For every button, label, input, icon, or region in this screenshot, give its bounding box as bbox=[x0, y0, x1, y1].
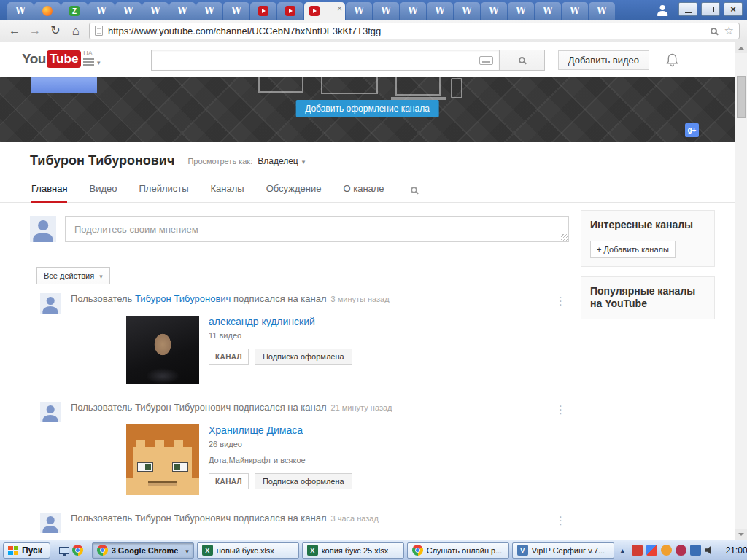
taskbar-button-label: 3 Google Chrome bbox=[112, 546, 179, 555]
url-text[interactable]: https://www.youtube.com/channel/UCCebN7h… bbox=[108, 26, 381, 36]
upload-video-button[interactable]: Добавить видео bbox=[558, 50, 649, 70]
browser-tab[interactable]: W bbox=[223, 2, 249, 20]
taskbar-button[interactable]: копия букс 25.xlsx bbox=[302, 542, 404, 559]
bookmark-star-icon[interactable] bbox=[724, 24, 734, 37]
keyboard-tray-icon[interactable] bbox=[690, 545, 701, 556]
browser-tab[interactable]: W bbox=[481, 2, 507, 20]
page-scrollbar[interactable] bbox=[735, 42, 747, 540]
browser-tab[interactable]: W bbox=[373, 2, 399, 20]
taskbar-button[interactable]: VipIP Серфинг v.7... bbox=[512, 542, 614, 559]
browser-tab[interactable] bbox=[277, 2, 303, 20]
google-plus-icon[interactable] bbox=[685, 123, 699, 137]
chrome-quicklaunch-icon[interactable] bbox=[72, 543, 83, 558]
browser-tab[interactable]: W bbox=[427, 2, 453, 20]
search-input[interactable] bbox=[151, 50, 500, 71]
channel-button[interactable]: КАНАЛ bbox=[209, 473, 249, 489]
browser-profile-icon[interactable] bbox=[656, 3, 669, 16]
channel-thumbnail[interactable] bbox=[126, 316, 199, 384]
minimize-button[interactable] bbox=[678, 2, 697, 16]
channel-card: александр кудлинский11 видеоКАНАЛПодписк… bbox=[126, 316, 569, 384]
hidden-icons-tray-icon[interactable] bbox=[617, 545, 628, 556]
restore-button[interactable] bbox=[701, 2, 720, 16]
channel-button[interactable]: КАНАЛ bbox=[209, 349, 249, 365]
show-desktop-icon[interactable] bbox=[59, 543, 69, 558]
browser-tab[interactable]: W bbox=[508, 2, 534, 20]
browser-tab[interactable]: W bbox=[142, 2, 169, 20]
vipip-tray-icon[interactable] bbox=[632, 545, 643, 556]
activity-action: подписался на канал bbox=[231, 513, 326, 524]
item-menu-icon[interactable] bbox=[555, 295, 566, 308]
share-opinion-input[interactable] bbox=[65, 216, 569, 242]
close-button[interactable] bbox=[724, 2, 743, 16]
channel-title-link[interactable]: александр кудлинский bbox=[209, 316, 315, 327]
subscribed-button[interactable]: Подписка оформлена bbox=[255, 473, 352, 489]
start-button[interactable]: Пуск bbox=[3, 542, 50, 559]
browser-tab[interactable]: W bbox=[535, 2, 561, 20]
actor-name[interactable]: Тибурон Тибуронович bbox=[135, 293, 231, 304]
vipip-icon bbox=[517, 545, 528, 556]
logo-tube-text: Tube bbox=[47, 50, 81, 68]
item-menu-icon[interactable] bbox=[555, 514, 566, 527]
forward-button[interactable] bbox=[28, 25, 42, 36]
youtube-favicon bbox=[309, 6, 320, 16]
refresh-button[interactable] bbox=[48, 25, 63, 36]
youtube-logo[interactable]: You Tube UA bbox=[22, 50, 93, 68]
back-button[interactable] bbox=[7, 25, 22, 36]
browser-tab[interactable] bbox=[250, 2, 276, 20]
notifications-bell-icon[interactable] bbox=[666, 52, 678, 69]
keyboard-icon[interactable] bbox=[479, 56, 493, 65]
activity-timestamp: 3 часа назад bbox=[331, 514, 379, 523]
add-channels-button[interactable]: + Добавить каналы bbox=[590, 241, 676, 258]
guide-menu-icon[interactable] bbox=[83, 56, 101, 67]
browser-tab[interactable]: W bbox=[589, 2, 615, 20]
scroll-up-arrow[interactable] bbox=[735, 42, 747, 53]
browser-tab[interactable]: W bbox=[562, 2, 588, 20]
taskbar-button[interactable]: 3 Google Chrome bbox=[92, 542, 194, 559]
channel-thumbnail[interactable] bbox=[126, 424, 199, 495]
channel-tab[interactable]: Плейлисты bbox=[139, 176, 188, 203]
apps-tray-icon[interactable] bbox=[646, 545, 657, 556]
browser-tab[interactable]: Z bbox=[61, 2, 88, 20]
browser-tab[interactable]: W bbox=[115, 2, 142, 20]
subscribed-button[interactable]: Подписка оформлена bbox=[255, 349, 352, 365]
hair-shape bbox=[192, 440, 199, 478]
view-as-dropdown[interactable]: Владелец bbox=[258, 156, 305, 166]
users-tray-icon[interactable] bbox=[661, 545, 672, 556]
browser-tab[interactable]: W bbox=[88, 2, 115, 20]
browser-tab[interactable]: W bbox=[169, 2, 196, 20]
channel-title-link[interactable]: Хранилище Димаса bbox=[209, 424, 303, 436]
scrollbar-thumb[interactable] bbox=[737, 76, 746, 118]
resize-handle[interactable] bbox=[561, 234, 568, 241]
channel-search-icon[interactable] bbox=[411, 176, 417, 202]
browser-tab[interactable]: W bbox=[346, 2, 372, 20]
wiki-favicon: W bbox=[96, 6, 107, 16]
address-bar[interactable]: https://www.youtube.com/channel/UCCebN7h… bbox=[89, 23, 740, 39]
activity-filter-dropdown[interactable]: Все действия bbox=[36, 267, 110, 284]
browser-tab[interactable]: W bbox=[400, 2, 426, 20]
search-icon[interactable] bbox=[711, 28, 717, 34]
search-button[interactable] bbox=[500, 50, 545, 71]
desktop: WZWWWWWW×WWWWWWWWWW https://www.youtube.… bbox=[0, 0, 747, 560]
browser-tab[interactable]: W bbox=[196, 2, 222, 20]
tab-close-icon[interactable]: × bbox=[337, 4, 342, 13]
scroll-down-arrow[interactable] bbox=[735, 529, 747, 540]
excel-icon bbox=[307, 545, 318, 556]
browser-tab[interactable]: W bbox=[454, 2, 480, 20]
add-channel-art-button[interactable]: Добавить оформление канала bbox=[295, 100, 439, 117]
channel-card-info: александр кудлинский11 видеоКАНАЛПодписк… bbox=[209, 316, 352, 384]
volume-tray-icon[interactable] bbox=[705, 545, 716, 556]
taskbar-button[interactable]: новый букс.xlsx bbox=[197, 542, 299, 559]
taskbar-button[interactable]: Слушать онлайн р... bbox=[407, 542, 509, 559]
browser-tab-active[interactable]: × bbox=[304, 2, 345, 20]
channel-tab[interactable]: Каналы bbox=[211, 176, 244, 203]
channel-tab[interactable]: О канале bbox=[343, 176, 384, 203]
taskbar-clock[interactable]: 21:00 bbox=[721, 545, 747, 556]
browser-tab[interactable] bbox=[34, 2, 61, 20]
shield-tray-icon[interactable] bbox=[676, 545, 686, 556]
item-menu-icon[interactable] bbox=[555, 403, 566, 416]
browser-tab[interactable]: W bbox=[7, 2, 34, 20]
channel-tab[interactable]: Видео bbox=[89, 176, 117, 203]
home-button[interactable] bbox=[69, 25, 83, 37]
channel-tab[interactable]: Обсуждение bbox=[266, 176, 322, 203]
channel-tab[interactable]: Главная bbox=[31, 176, 67, 203]
